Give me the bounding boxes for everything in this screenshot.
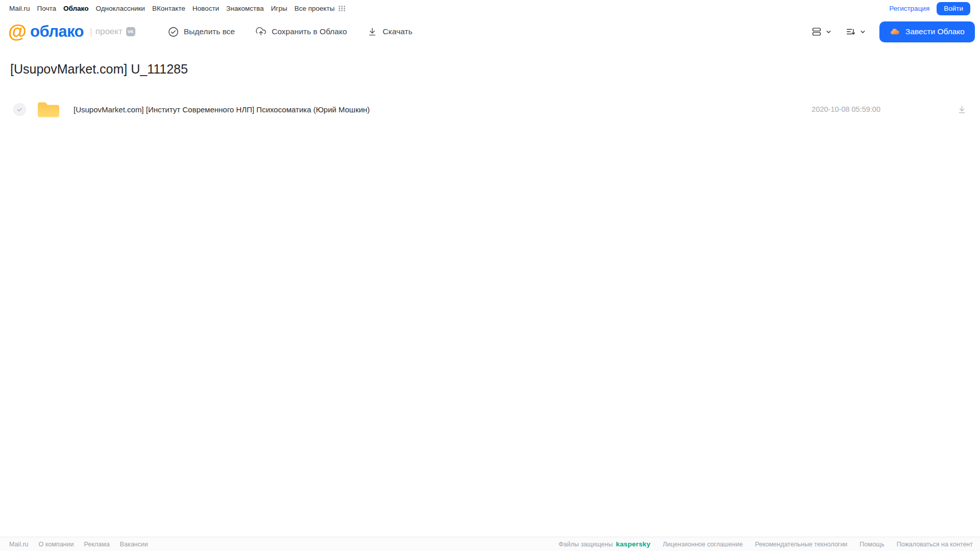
mailru-at-icon: @ bbox=[8, 21, 27, 42]
row-checkbox[interactable] bbox=[13, 103, 26, 116]
select-all-button[interactable]: Выделить все bbox=[168, 26, 235, 37]
apps-grid-icon[interactable] bbox=[339, 6, 346, 11]
list-view-icon bbox=[811, 26, 822, 37]
footer-link-help[interactable]: Помощь bbox=[859, 541, 884, 548]
select-all-label: Выделить все bbox=[184, 27, 235, 36]
download-button[interactable]: Скачать bbox=[367, 26, 412, 37]
topnav-item-oblako[interactable]: Облако bbox=[63, 5, 88, 12]
sort-dropdown[interactable] bbox=[845, 26, 866, 37]
check-circle-icon bbox=[168, 27, 179, 37]
logo-divider: | bbox=[90, 26, 92, 37]
footer-link-reklama[interactable]: Реклама bbox=[84, 541, 109, 548]
folder-icon bbox=[37, 100, 60, 119]
toolbar-right: Завести Облако bbox=[811, 21, 975, 42]
chevron-down-icon bbox=[825, 29, 832, 35]
kaspersky-protect: Файлы защищены kaspersky bbox=[559, 540, 651, 548]
topnav-item-novosti[interactable]: Новости bbox=[193, 5, 219, 12]
get-cloud-label: Завести Облако bbox=[905, 27, 965, 36]
get-cloud-button[interactable]: Завести Облако bbox=[879, 21, 975, 42]
register-link[interactable]: Регистрация bbox=[889, 5, 929, 12]
vk-icon: VK bbox=[126, 27, 135, 36]
chevron-down-icon bbox=[859, 29, 866, 35]
content-area: [UsupovMarket.com] U_111285 [UsupovMarke… bbox=[0, 46, 980, 537]
footer-link-license[interactable]: Лицензионное соглашение bbox=[663, 541, 743, 548]
topnav-item-pochta[interactable]: Почта bbox=[37, 5, 57, 12]
toolbar-actions: Выделить все Сохранить в Облако Скачать bbox=[168, 26, 413, 37]
file-row[interactable]: [UsupovMarket.com] [Институт Современног… bbox=[0, 95, 980, 124]
save-to-cloud-label: Сохранить в Облако bbox=[272, 27, 347, 36]
kaspersky-logo: kaspersky bbox=[616, 540, 651, 548]
cloud-logo[interactable]: @ облако | проект VK bbox=[8, 21, 135, 42]
project-label: проект bbox=[95, 27, 123, 37]
page-title: [UsupovMarket.com] U_111285 bbox=[10, 62, 980, 77]
footer-link-company[interactable]: О компании bbox=[39, 541, 74, 548]
sort-icon bbox=[845, 26, 856, 37]
cloud-logo-text: облако bbox=[30, 22, 84, 41]
cloud-toolbar: @ облако | проект VK Выделить все bbox=[0, 17, 980, 46]
topnav-item-mailru[interactable]: Mail.ru bbox=[9, 5, 30, 12]
project-vk-label: проект VK bbox=[95, 27, 135, 37]
footer-link-mailru[interactable]: Mail.ru bbox=[9, 541, 29, 548]
footer-right: Файлы защищены kaspersky Лицензионное со… bbox=[559, 540, 973, 548]
row-download-icon[interactable] bbox=[957, 105, 967, 114]
footer-link-recommendations[interactable]: Рекомендательные технологии bbox=[755, 541, 847, 548]
login-button[interactable]: Войти bbox=[937, 2, 970, 15]
topnav-item-vse-proekty[interactable]: Все проекты bbox=[294, 5, 334, 12]
cloud-upload-icon bbox=[255, 26, 267, 37]
save-to-cloud-button[interactable]: Сохранить в Облако bbox=[255, 26, 347, 37]
file-name-link[interactable]: [UsupovMarket.com] [Институт Современног… bbox=[74, 105, 811, 114]
footer-link-vakansii[interactable]: Вакансии bbox=[120, 541, 148, 548]
file-date: 2020-10-08 05:59:00 bbox=[811, 105, 880, 113]
topnav-item-odnoklassniki[interactable]: Одноклассники bbox=[95, 5, 145, 12]
portal-nav: Mail.ru Почта Облако Одноклассники ВКонт… bbox=[0, 0, 980, 17]
cloud-icon bbox=[890, 27, 900, 37]
download-label: Скачать bbox=[383, 27, 412, 36]
topnav-item-vkontakte[interactable]: ВКонтакте bbox=[152, 5, 185, 12]
page-footer: Mail.ru О компании Реклама Вакансии Файл… bbox=[0, 537, 980, 551]
view-mode-dropdown[interactable] bbox=[811, 26, 832, 37]
check-icon bbox=[16, 106, 23, 113]
footer-link-report-content[interactable]: Пожаловаться на контент bbox=[897, 541, 973, 548]
download-icon bbox=[367, 27, 377, 37]
topnav-item-znakomstva[interactable]: Знакомства bbox=[226, 5, 264, 12]
topnav-item-igry[interactable]: Игры bbox=[271, 5, 288, 12]
protected-label: Файлы защищены bbox=[559, 541, 613, 548]
